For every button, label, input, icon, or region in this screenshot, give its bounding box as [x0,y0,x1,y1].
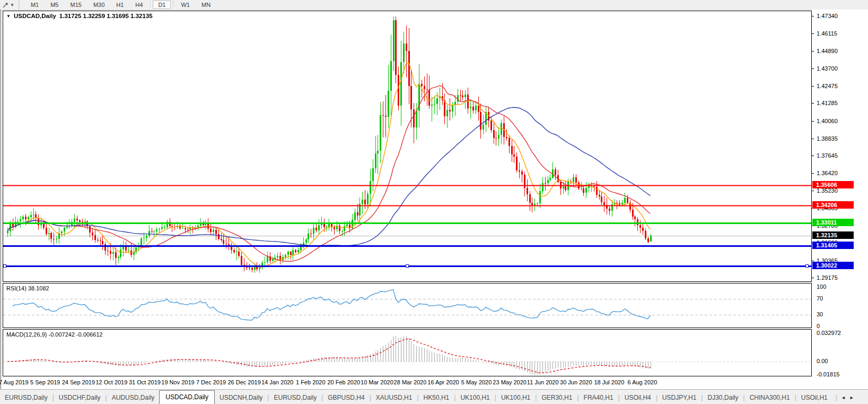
chart-tab-eurusd-daily[interactable]: EURUSD,Daily [0,392,52,404]
hline-price-tag: 1.30022 [812,262,854,269]
tab-scroll-left-icon[interactable]: ◄ [841,395,846,400]
date-axis-label: 30 Jun 2020 [560,379,592,385]
rsi-indicator-panel: RSI(14) 38.1082 [3,283,812,328]
rsi-axis-label: 0 [817,323,820,329]
price-axis-label: 1.43700 [817,65,838,72]
date-axis[interactable]: 17 Aug 20195 Sep 201924 Sep 201912 Oct 2… [3,376,812,389]
price-axis-label: 1.37645 [817,152,838,159]
date-axis-label: 1 Feb 2020 [296,379,326,385]
toolbar-separator [150,1,151,7]
timeframe-buttons: M1M5M15M30H1H4D1W1MN [25,1,216,9]
timeframe-button-m15[interactable]: M15 [65,1,86,9]
axis-tick [812,173,814,174]
date-axis-label: 31 Oct 2019 [129,379,161,385]
timeframe-button-d1[interactable]: D1 [153,1,171,9]
chart-tab-eurusd-daily[interactable]: EURUSD,Daily [269,392,321,404]
date-axis-label: 11 Jun 2020 [527,379,559,385]
price-chart-canvas[interactable] [3,11,811,281]
chart-ohlc-values: 1.31725 1.32259 1.31695 1.32135 [59,13,153,19]
price-axis-label: 1.44890 [817,48,838,54]
macd-axis-label: 0.032972 [817,330,841,336]
macd-label: MACD(12,26,9) -0.007242 -0.006612 [6,331,103,338]
timeframe-button-w1[interactable]: W1 [176,1,195,9]
rsi-axis-label: 70 [817,295,823,302]
chart-tab-usdchf-daily[interactable]: USDCHF,Daily [54,392,106,404]
timeframe-button-h4[interactable]: H4 [130,1,148,9]
price-axis-label: 1.40060 [817,118,838,124]
axis-tick [812,103,814,104]
date-axis-label: 19 Nov 2019 [161,379,194,385]
cursor-icon [2,2,9,8]
price-axis-label: 1.29175 [817,274,838,281]
timeframe-button-mn[interactable]: MN [196,1,216,9]
chart-tab-usdcad-daily[interactable]: USDCAD,Daily [159,390,215,404]
axis-tick [812,191,814,191]
date-axis-label: 18 Jul 2020 [594,379,624,385]
rsi-canvas[interactable] [3,283,811,328]
price-axis[interactable]: 1.473401.461151.448901.437001.424751.412… [812,10,868,389]
price-axis-label: 1.41285 [817,100,838,106]
rsi-label: RSI(14) 38.1082 [6,285,49,291]
chart-tab-gbpusd-h4[interactable]: GBPUSD,H4 [323,392,369,404]
chevron-down-icon: ▼ [10,3,14,7]
timeframe-toolbar: ▼ M1M5M15M30H1H4D1W1MN [0,0,868,10]
chart-tab-usoil-h4[interactable]: USOil,H4 [620,392,656,404]
axis-tick [812,16,814,16]
date-axis-label: 5 May 2020 [461,379,492,385]
chart-tab-dj30-daily[interactable]: DJ30,Daily [703,392,743,404]
price-axis-label: 1.36420 [817,170,838,176]
chart-tab-hk50-h1[interactable]: HK50,H1 [419,392,454,404]
timeframe-button-m30[interactable]: M30 [88,1,110,9]
date-axis-label: 20 Feb 2020 [327,379,360,385]
hline-price-tag: 1.31405 [812,242,854,249]
date-axis-label: 17 Aug 2019 [0,379,29,385]
chart-tab-fra40-h1[interactable]: FRA40,H1 [579,392,618,404]
macd-axis-label: 0.00 [817,358,828,364]
axis-tick [812,86,814,87]
date-axis-label: 6 Aug 2020 [628,379,657,385]
tab-separator: | [836,394,837,401]
tab-scroll-right-icon[interactable]: ► [849,395,854,400]
chart-symbol-label: USDCAD,Daily [14,13,56,19]
timeframe-button-m5[interactable]: M5 [45,1,64,9]
window-edge-line [1,10,1,389]
chart-tab-usdjpy-h1[interactable]: USDJPY,H1 [657,392,701,404]
timeframe-button-m1[interactable]: M1 [25,1,44,9]
date-axis-label: 26 Dec 2019 [227,379,260,385]
date-axis-label: 28 Mar 2020 [394,379,427,385]
axis-tick [812,68,814,69]
price-axis-label: 1.46115 [817,30,837,37]
current-price-tag: 1.32135 [812,231,854,239]
macd-axis-label: -0.01815 [817,371,839,377]
date-axis-label: 16 Apr 2020 [427,379,459,385]
price-axis-label: 1.47340 [817,13,838,19]
axis-tick [812,121,814,122]
chart-tab-uk100-h1[interactable]: UK100,H1 [455,392,494,404]
date-axis-label: 12 Oct 2019 [95,379,127,385]
toolbar-separator [173,1,173,7]
price-axis-label: 1.42475 [817,83,838,89]
rsi-axis-label: 100 [817,283,826,290]
chart-tab-usdcnh-daily[interactable]: USDCNH,Daily [215,392,267,404]
price-axis-label: 1.38835 [817,135,838,142]
macd-canvas[interactable] [3,330,811,376]
date-axis-label: 10 Mar 2020 [361,379,393,385]
axis-tick [812,33,814,34]
date-axis-label: 5 Sep 2019 [30,379,60,385]
price-chart-panel: ▼ USDCAD,Daily 1.31725 1.32259 1.31695 1… [3,11,812,282]
chart-tab-ger30-h1[interactable]: GER30,H1 [537,392,577,404]
chart-tab-usoil-h1[interactable]: USOil,H1 [796,392,832,404]
chart-tab-uk100-h1[interactable]: UK100,H1 [496,392,535,404]
axis-tick [812,278,814,278]
axis-tick [812,156,814,156]
toolbar-grip[interactable] [19,1,22,8]
chart-tab-xauusd-h1[interactable]: XAUUSD,H1 [371,392,417,404]
chart-tab-audusd-daily[interactable]: AUDUSD,Daily [107,392,160,404]
axis-tick [812,51,814,51]
symbol-dropdown-icon[interactable]: ▼ [6,14,11,19]
axis-tick [812,139,814,139]
cursor-tool-button[interactable]: ▼ [0,1,16,9]
chart-tab-china300-h1[interactable]: CHINA300,H1 [745,392,795,404]
timeframe-button-h1[interactable]: H1 [111,1,129,9]
hline-price-tag: 1.33011 [812,219,854,226]
